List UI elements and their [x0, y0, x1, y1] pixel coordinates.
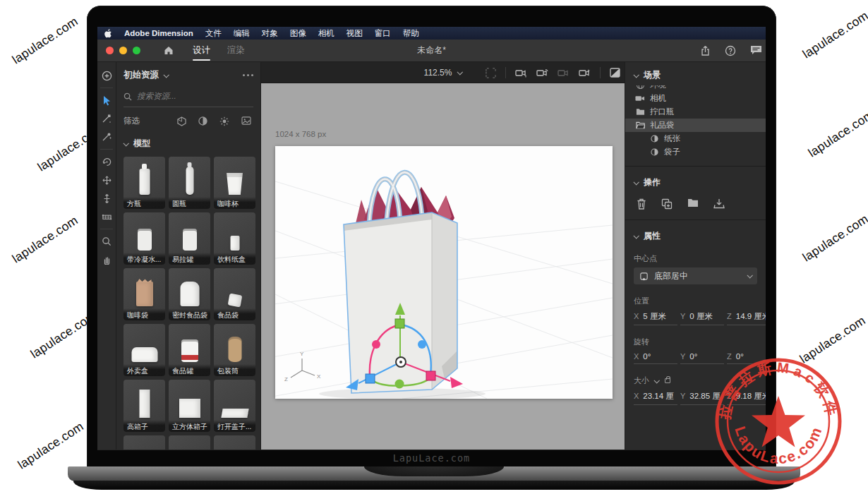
assets-panel-title[interactable]: 初始资源: [123, 69, 159, 81]
pan-tool-icon[interactable]: [98, 171, 115, 189]
model-thumbnail: [228, 337, 241, 362]
model-tile[interactable]: 打开盖子...: [214, 380, 255, 432]
filter-images-icon[interactable]: [241, 116, 251, 126]
size-field[interactable]: X23.14 厘: [634, 391, 677, 405]
filter-lights-icon[interactable]: [219, 116, 229, 126]
horizon-tool-icon[interactable]: [98, 207, 115, 226]
hand-tool-icon[interactable]: [98, 251, 115, 269]
actions-panel-title[interactable]: 操作: [644, 176, 661, 188]
dolly-tool-icon[interactable]: [98, 189, 115, 207]
camera-redo-icon[interactable]: [557, 68, 569, 78]
filter-materials-icon[interactable]: [198, 116, 207, 126]
scene-item[interactable]: 环境: [625, 85, 766, 92]
apple-logo-icon[interactable]: [104, 29, 112, 38]
camera-bookmark-icon[interactable]: [515, 68, 527, 78]
chevron-down-icon[interactable]: [163, 72, 169, 78]
chevron-down-icon[interactable]: [123, 140, 128, 146]
camera-icon: [635, 94, 645, 103]
document-canvas[interactable]: Y X Z: [275, 146, 613, 399]
model-tile[interactable]: 包装筒: [214, 324, 255, 376]
render-preview-icon[interactable]: [610, 68, 620, 78]
canvas-area: 112.5%: [261, 62, 625, 450]
canvas-frame-icon[interactable]: [486, 68, 496, 78]
home-button[interactable]: [163, 45, 174, 56]
add-asset-icon[interactable]: [98, 66, 115, 85]
model-tile[interactable]: 方瓶: [123, 157, 165, 209]
model-tile[interactable]: 密封食品袋: [169, 268, 210, 320]
window-controls: [106, 47, 140, 54]
chevron-down-icon[interactable]: [653, 378, 659, 383]
menubar-item[interactable]: 图像: [290, 28, 306, 39]
duplicate-icon[interactable]: [661, 198, 673, 210]
menubar-item[interactable]: 窗口: [375, 28, 391, 39]
model-tile[interactable]: 高箱子: [123, 380, 165, 432]
model-tile[interactable]: 带冷凝水...: [123, 212, 165, 265]
scene-item[interactable]: 袋子: [625, 145, 766, 159]
magic-wand-tool-icon[interactable]: [98, 128, 115, 146]
laptop-notch: [364, 466, 504, 476]
group-folder-icon[interactable]: [687, 198, 699, 210]
zoom-tool-icon[interactable]: [98, 232, 115, 251]
model-tile[interactable]: 咖啡杯: [214, 157, 255, 209]
minimize-window-button[interactable]: [119, 47, 127, 54]
watermark: lapulace.com: [800, 0, 868, 61]
share-icon[interactable]: [700, 45, 711, 56]
position-field[interactable]: Y0 厘米: [680, 311, 724, 325]
mode-tab[interactable]: 设计: [193, 40, 210, 62]
menubar-item[interactable]: 视图: [346, 28, 363, 39]
export-icon[interactable]: [713, 198, 725, 210]
position-field[interactable]: Z14.9 厘米: [727, 311, 766, 325]
menubar-app-name[interactable]: Adobe Dimension: [124, 29, 193, 37]
lock-icon[interactable]: [665, 378, 670, 383]
properties-panel-title[interactable]: 属性: [644, 230, 661, 242]
close-window-button[interactable]: [106, 47, 114, 54]
scene-panel-title[interactable]: 场景: [644, 69, 661, 81]
menubar-item[interactable]: 相机: [318, 28, 334, 39]
asset-search-input[interactable]: 搜索资源...: [123, 91, 253, 107]
camera-add-bookmark-icon[interactable]: [579, 68, 591, 78]
pivot-select[interactable]: 底部居中: [634, 267, 757, 284]
rotation-field[interactable]: X0°: [634, 352, 677, 364]
feedback-icon[interactable]: [750, 45, 762, 56]
maximize-window-button[interactable]: [133, 47, 140, 54]
menubar-item[interactable]: 编辑: [234, 28, 250, 39]
chevron-down-icon[interactable]: [633, 233, 639, 239]
viewport[interactable]: 1024 x 768 px: [261, 83, 625, 450]
models-section-title[interactable]: 模型: [133, 138, 150, 150]
menubar-item[interactable]: 帮助: [403, 28, 419, 39]
model-tile[interactable]: 易拉罐: [169, 212, 210, 265]
position-field[interactable]: X5 厘米: [634, 311, 677, 325]
model-tile-label: 方瓶: [123, 197, 165, 209]
menubar-item[interactable]: 对象: [262, 28, 278, 39]
model-tile[interactable]: [169, 435, 210, 450]
delete-icon[interactable]: [637, 198, 646, 210]
help-icon[interactable]: [725, 45, 736, 56]
model-tile[interactable]: 食品罐: [169, 324, 210, 376]
scene-item[interactable]: 拧口瓶: [625, 105, 766, 119]
chevron-down-icon[interactable]: [633, 179, 639, 185]
orbit-tool-icon[interactable]: [98, 152, 115, 171]
select-group-tool-icon[interactable]: [98, 109, 115, 128]
model-tile[interactable]: 外卖盒: [123, 324, 165, 376]
select-tool-icon[interactable]: [98, 91, 115, 109]
camera-undo-icon[interactable]: [536, 68, 548, 78]
model-tile[interactable]: [123, 435, 165, 450]
model-tile[interactable]: 食品袋: [214, 268, 255, 320]
filter-models-icon[interactable]: [177, 116, 186, 126]
scene-item[interactable]: 礼品袋: [625, 119, 766, 132]
zoom-level-control[interactable]: 112.5%: [424, 62, 462, 83]
mode-tab[interactable]: 渲染: [227, 40, 245, 62]
svg-text:Z: Z: [284, 376, 288, 382]
model-tile[interactable]: 圆瓶: [169, 157, 210, 209]
more-options-icon[interactable]: [243, 74, 253, 76]
model-object-icon: [649, 147, 659, 157]
model-tile[interactable]: [214, 435, 255, 450]
model-tile[interactable]: 饮料纸盒: [214, 212, 255, 265]
model-tile[interactable]: 咖啡袋: [123, 268, 165, 320]
chevron-down-icon[interactable]: [633, 72, 639, 78]
scene-item[interactable]: 相机: [625, 92, 766, 105]
menubar-item[interactable]: 文件: [205, 28, 222, 39]
model-tile[interactable]: 立方体箱子: [169, 380, 210, 432]
scene-item-label: 袋子: [664, 147, 680, 157]
scene-item[interactable]: 纸张: [625, 132, 766, 145]
